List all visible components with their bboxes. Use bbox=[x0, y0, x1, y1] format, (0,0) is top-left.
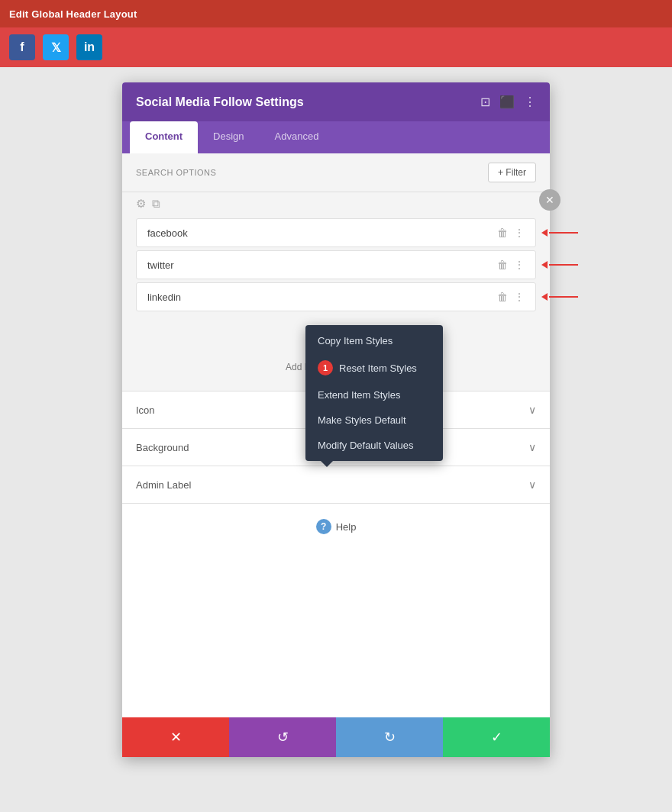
linkedin-actions: 🗑 ⋮ bbox=[497, 291, 525, 303]
facebook-arrow-head bbox=[541, 229, 548, 237]
context-menu-item-reset-styles[interactable]: 1 Reset Item Styles bbox=[305, 353, 443, 382]
top-bar-title: Edit Global Header Layout bbox=[9, 8, 137, 20]
settings-row: ⚙ ⧉ bbox=[122, 192, 550, 215]
gear-icon[interactable]: ⚙ bbox=[136, 197, 146, 211]
extend-styles-label: Extend Item Styles bbox=[318, 389, 400, 401]
reset-styles-label: Reset Item Styles bbox=[339, 362, 417, 374]
linkedin-delete-icon[interactable]: 🗑 bbox=[497, 291, 508, 303]
twitter-network-wrapper: twitter 🗑 ⋮ bbox=[136, 250, 536, 279]
twitter-actions: 🗑 ⋮ bbox=[497, 259, 525, 271]
panel-close-button[interactable]: ✕ bbox=[539, 189, 561, 211]
facebook-icon-btn[interactable]: f bbox=[9, 34, 35, 60]
linkedin-icon-btn[interactable]: in bbox=[76, 34, 102, 60]
linkedin-more-icon[interactable]: ⋮ bbox=[514, 291, 525, 303]
social-bar: f 𝕏 in bbox=[0, 27, 672, 67]
facebook-arrow bbox=[541, 229, 578, 237]
modify-default-label: Modify Default Values bbox=[318, 440, 414, 451]
search-label: Search Options bbox=[136, 168, 216, 177]
twitter-delete-icon[interactable]: 🗑 bbox=[497, 259, 508, 271]
search-filter-bar: Search Options + Filter bbox=[122, 153, 550, 192]
spacer bbox=[122, 549, 550, 717]
facebook-arrow-line bbox=[549, 232, 578, 234]
help-section: ? Help bbox=[122, 503, 550, 549]
twitter-arrow-line bbox=[549, 264, 578, 266]
undo-button[interactable]: ↺ bbox=[229, 717, 336, 757]
context-menu: Copy Item Styles 1 Reset Item Styles Ext… bbox=[305, 325, 443, 461]
copy-styles-label: Copy Item Styles bbox=[318, 335, 393, 346]
context-menu-arrow bbox=[321, 461, 333, 467]
main-area: Social Media Follow Settings ⊡ ⬛ ⋮ Conte… bbox=[0, 67, 672, 772]
redo-button[interactable]: ↻ bbox=[336, 717, 443, 757]
twitter-icon-btn[interactable]: 𝕏 bbox=[43, 34, 69, 60]
context-menu-item-copy-styles[interactable]: Copy Item Styles bbox=[305, 328, 443, 353]
linkedin-network-name: linkedin bbox=[147, 292, 181, 303]
icon-chevron-icon: ∨ bbox=[528, 404, 536, 416]
adminlabel-accordion-header[interactable]: Admin Label ∨ bbox=[122, 466, 550, 503]
reset-badge: 1 bbox=[318, 360, 333, 375]
linkedin-arrow bbox=[541, 293, 578, 301]
panel-header-icons: ⊡ ⬛ ⋮ bbox=[480, 95, 536, 109]
target-icon[interactable]: ⊡ bbox=[480, 95, 490, 109]
adminlabel-accordion-title: Admin Label bbox=[136, 479, 191, 491]
linkedin-network-item: linkedin 🗑 ⋮ bbox=[136, 282, 536, 311]
context-menu-item-make-default[interactable]: Make Styles Default bbox=[305, 408, 443, 433]
tabs-bar: Content Design Advanced bbox=[122, 121, 550, 153]
bottom-action-bar: ✕ ↺ ↻ ✓ bbox=[122, 717, 550, 757]
icon-accordion-title: Icon bbox=[136, 404, 155, 416]
cancel-button[interactable]: ✕ bbox=[122, 717, 229, 757]
filter-button[interactable]: + Filter bbox=[488, 163, 536, 182]
context-menu-item-extend-styles[interactable]: Extend Item Styles bbox=[305, 382, 443, 408]
help-icon: ? bbox=[316, 519, 331, 534]
panel-header: Social Media Follow Settings ⊡ ⬛ ⋮ bbox=[122, 82, 550, 121]
columns-icon[interactable]: ⬛ bbox=[499, 95, 515, 109]
facebook-network-wrapper: facebook 🗑 ⋮ bbox=[136, 218, 536, 247]
linkedin-arrow-line bbox=[549, 296, 578, 298]
tab-content[interactable]: Content bbox=[130, 121, 198, 153]
save-button[interactable]: ✓ bbox=[443, 717, 550, 757]
facebook-network-name: facebook bbox=[147, 227, 188, 239]
adminlabel-chevron-icon: ∨ bbox=[528, 478, 536, 491]
more-options-icon[interactable]: ⋮ bbox=[524, 95, 536, 109]
adminlabel-accordion: Admin Label ∨ bbox=[122, 466, 550, 503]
facebook-more-icon[interactable]: ⋮ bbox=[514, 227, 525, 239]
context-menu-item-modify-default[interactable]: Modify Default Values bbox=[305, 433, 443, 458]
twitter-network-item: twitter 🗑 ⋮ bbox=[136, 250, 536, 279]
panel-body: Search Options + Filter ⚙ ⧉ Copy Item St… bbox=[122, 153, 550, 757]
background-chevron-icon: ∨ bbox=[528, 441, 536, 453]
top-bar: Edit Global Header Layout bbox=[0, 0, 672, 27]
twitter-arrow bbox=[541, 261, 578, 269]
tab-design[interactable]: Design bbox=[198, 121, 259, 153]
settings-panel: Social Media Follow Settings ⊡ ⬛ ⋮ Conte… bbox=[122, 82, 550, 757]
facebook-delete-icon[interactable]: 🗑 bbox=[497, 227, 508, 239]
twitter-arrow-head bbox=[541, 261, 548, 269]
tab-advanced[interactable]: Advanced bbox=[260, 121, 334, 153]
facebook-actions: 🗑 ⋮ bbox=[497, 227, 525, 239]
twitter-more-icon[interactable]: ⋮ bbox=[514, 259, 525, 271]
linkedin-network-wrapper: linkedin 🗑 ⋮ bbox=[136, 282, 536, 311]
help-label[interactable]: Help bbox=[336, 521, 357, 533]
linkedin-arrow-head bbox=[541, 293, 548, 301]
make-default-label: Make Styles Default bbox=[318, 414, 406, 426]
panel-title: Social Media Follow Settings bbox=[136, 95, 304, 109]
background-accordion-title: Background bbox=[136, 442, 189, 453]
twitter-network-name: twitter bbox=[147, 259, 174, 271]
facebook-network-item: facebook 🗑 ⋮ bbox=[136, 218, 536, 247]
copy-icon[interactable]: ⧉ bbox=[152, 197, 160, 211]
